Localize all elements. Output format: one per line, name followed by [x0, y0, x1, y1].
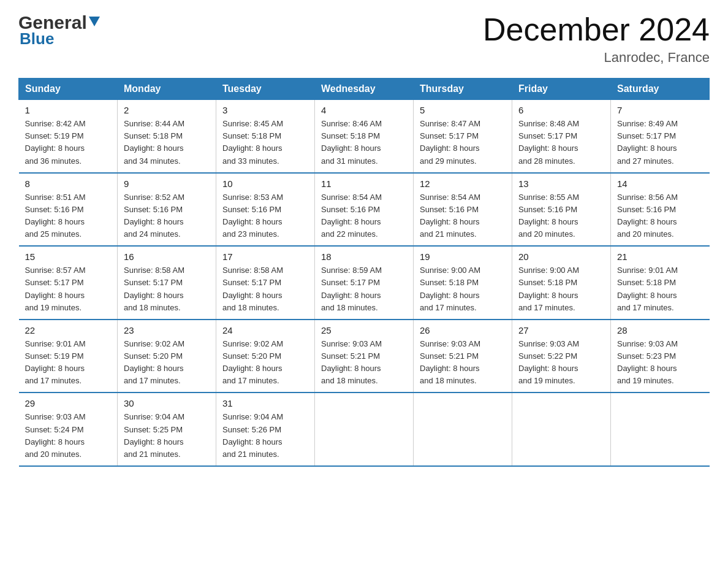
day-info: Sunrise: 8:42 AM Sunset: 5:19 PM Dayligh… [25, 119, 86, 165]
week-row-3: 15 Sunrise: 8:57 AM Sunset: 5:17 PM Dayl… [19, 246, 710, 320]
day-info: Sunrise: 8:54 AM Sunset: 5:16 PM Dayligh… [420, 193, 480, 239]
day-number: 28 [617, 325, 703, 335]
day-cell [315, 393, 414, 466]
day-info: Sunrise: 9:00 AM Sunset: 5:18 PM Dayligh… [518, 266, 579, 312]
day-info: Sunrise: 9:03 AM Sunset: 5:21 PM Dayligh… [420, 339, 480, 385]
day-cell: 1 Sunrise: 8:42 AM Sunset: 5:19 PM Dayli… [19, 100, 118, 173]
day-cell: 30 Sunrise: 9:04 AM Sunset: 5:25 PM Dayl… [118, 393, 216, 466]
day-number: 2 [124, 105, 210, 115]
svg-marker-0 [89, 17, 100, 26]
week-row-4: 22 Sunrise: 9:01 AM Sunset: 5:19 PM Dayl… [19, 320, 710, 393]
day-number: 15 [25, 251, 112, 262]
day-info: Sunrise: 9:02 AM Sunset: 5:20 PM Dayligh… [124, 339, 184, 385]
day-info: Sunrise: 8:57 AM Sunset: 5:17 PM Dayligh… [25, 266, 86, 312]
day-number: 10 [222, 178, 308, 189]
day-cell: 21 Sunrise: 9:01 AM Sunset: 5:18 PM Dayl… [611, 246, 710, 320]
col-header-wednesday: Wednesday [315, 79, 414, 100]
day-cell [414, 393, 512, 466]
week-row-2: 8 Sunrise: 8:51 AM Sunset: 5:16 PM Dayli… [19, 173, 710, 247]
week-row-1: 1 Sunrise: 8:42 AM Sunset: 5:19 PM Dayli… [19, 100, 710, 173]
col-header-sunday: Sunday [19, 79, 118, 100]
day-cell: 23 Sunrise: 9:02 AM Sunset: 5:20 PM Dayl… [118, 320, 216, 393]
day-info: Sunrise: 8:56 AM Sunset: 5:16 PM Dayligh… [617, 193, 678, 239]
day-number: 17 [222, 251, 308, 262]
day-info: Sunrise: 9:04 AM Sunset: 5:26 PM Dayligh… [222, 412, 283, 458]
day-number: 30 [124, 398, 210, 408]
day-number: 5 [420, 105, 506, 115]
col-header-saturday: Saturday [611, 79, 710, 100]
day-number: 18 [321, 251, 407, 262]
day-number: 9 [124, 178, 210, 189]
day-number: 20 [518, 251, 604, 262]
col-header-friday: Friday [512, 79, 611, 100]
day-cell: 18 Sunrise: 8:59 AM Sunset: 5:17 PM Dayl… [315, 246, 414, 320]
day-cell: 2 Sunrise: 8:44 AM Sunset: 5:18 PM Dayli… [118, 100, 216, 173]
day-cell: 8 Sunrise: 8:51 AM Sunset: 5:16 PM Dayli… [19, 173, 118, 247]
week-row-5: 29 Sunrise: 9:03 AM Sunset: 5:24 PM Dayl… [19, 393, 710, 466]
day-number: 14 [617, 178, 703, 189]
day-cell: 17 Sunrise: 8:58 AM Sunset: 5:17 PM Dayl… [216, 246, 315, 320]
col-header-thursday: Thursday [414, 79, 512, 100]
day-info: Sunrise: 8:52 AM Sunset: 5:16 PM Dayligh… [124, 193, 184, 239]
day-info: Sunrise: 8:53 AM Sunset: 5:16 PM Dayligh… [222, 193, 283, 239]
day-cell: 11 Sunrise: 8:54 AM Sunset: 5:16 PM Dayl… [315, 173, 414, 247]
day-number: 1 [25, 105, 112, 115]
day-number: 23 [124, 325, 210, 335]
logo-triangle-icon [89, 17, 100, 30]
page-header: General Blue December 2024 Lanrodec, Fra… [18, 12, 710, 66]
day-info: Sunrise: 8:51 AM Sunset: 5:16 PM Dayligh… [25, 193, 86, 239]
day-number: 29 [25, 398, 112, 408]
day-info: Sunrise: 9:02 AM Sunset: 5:20 PM Dayligh… [222, 339, 283, 385]
day-info: Sunrise: 8:45 AM Sunset: 5:18 PM Dayligh… [222, 119, 283, 165]
location-text: Lanrodec, France [483, 50, 710, 66]
day-cell: 14 Sunrise: 8:56 AM Sunset: 5:16 PM Dayl… [611, 173, 710, 247]
day-number: 21 [617, 251, 703, 262]
day-cell: 3 Sunrise: 8:45 AM Sunset: 5:18 PM Dayli… [216, 100, 315, 173]
day-number: 7 [617, 105, 703, 115]
day-number: 3 [222, 105, 308, 115]
day-cell: 31 Sunrise: 9:04 AM Sunset: 5:26 PM Dayl… [216, 393, 315, 466]
logo-blue-text: Blue [20, 29, 54, 48]
day-number: 19 [420, 251, 506, 262]
day-cell: 29 Sunrise: 9:03 AM Sunset: 5:24 PM Dayl… [19, 393, 118, 466]
day-info: Sunrise: 8:44 AM Sunset: 5:18 PM Dayligh… [124, 119, 184, 165]
day-cell: 9 Sunrise: 8:52 AM Sunset: 5:16 PM Dayli… [118, 173, 216, 247]
day-info: Sunrise: 8:47 AM Sunset: 5:17 PM Dayligh… [420, 119, 480, 165]
day-info: Sunrise: 8:58 AM Sunset: 5:17 PM Dayligh… [222, 266, 283, 312]
month-title: December 2024 [483, 12, 710, 47]
day-number: 22 [25, 325, 112, 335]
day-cell: 26 Sunrise: 9:03 AM Sunset: 5:21 PM Dayl… [414, 320, 512, 393]
day-number: 13 [518, 178, 604, 189]
day-info: Sunrise: 8:49 AM Sunset: 5:17 PM Dayligh… [617, 119, 678, 165]
day-cell: 6 Sunrise: 8:48 AM Sunset: 5:17 PM Dayli… [512, 100, 611, 173]
day-cell: 16 Sunrise: 8:58 AM Sunset: 5:17 PM Dayl… [118, 246, 216, 320]
day-cell: 28 Sunrise: 9:03 AM Sunset: 5:23 PM Dayl… [611, 320, 710, 393]
day-number: 12 [420, 178, 506, 189]
day-info: Sunrise: 9:03 AM Sunset: 5:23 PM Dayligh… [617, 339, 678, 385]
day-number: 8 [25, 178, 112, 189]
day-info: Sunrise: 8:59 AM Sunset: 5:17 PM Dayligh… [321, 266, 382, 312]
day-number: 26 [420, 325, 506, 335]
day-cell: 22 Sunrise: 9:01 AM Sunset: 5:19 PM Dayl… [19, 320, 118, 393]
day-number: 6 [518, 105, 604, 115]
day-number: 31 [222, 398, 308, 408]
day-cell: 25 Sunrise: 9:03 AM Sunset: 5:21 PM Dayl… [315, 320, 414, 393]
day-info: Sunrise: 9:00 AM Sunset: 5:18 PM Dayligh… [420, 266, 480, 312]
day-cell: 5 Sunrise: 8:47 AM Sunset: 5:17 PM Dayli… [414, 100, 512, 173]
day-cell [512, 393, 611, 466]
day-info: Sunrise: 9:03 AM Sunset: 5:21 PM Dayligh… [321, 339, 382, 385]
day-cell: 27 Sunrise: 9:03 AM Sunset: 5:22 PM Dayl… [512, 320, 611, 393]
day-info: Sunrise: 9:01 AM Sunset: 5:19 PM Dayligh… [25, 339, 86, 385]
day-cell: 24 Sunrise: 9:02 AM Sunset: 5:20 PM Dayl… [216, 320, 315, 393]
day-info: Sunrise: 8:48 AM Sunset: 5:17 PM Dayligh… [518, 119, 579, 165]
day-cell: 19 Sunrise: 9:00 AM Sunset: 5:18 PM Dayl… [414, 246, 512, 320]
day-cell: 15 Sunrise: 8:57 AM Sunset: 5:17 PM Dayl… [19, 246, 118, 320]
day-info: Sunrise: 9:03 AM Sunset: 5:24 PM Dayligh… [25, 412, 86, 458]
calendar-header: SundayMondayTuesdayWednesdayThursdayFrid… [19, 79, 710, 100]
day-cell: 13 Sunrise: 8:55 AM Sunset: 5:16 PM Dayl… [512, 173, 611, 247]
logo: General Blue [18, 12, 100, 48]
day-info: Sunrise: 9:03 AM Sunset: 5:22 PM Dayligh… [518, 339, 579, 385]
day-number: 24 [222, 325, 308, 335]
day-info: Sunrise: 8:58 AM Sunset: 5:17 PM Dayligh… [124, 266, 184, 312]
day-info: Sunrise: 9:01 AM Sunset: 5:18 PM Dayligh… [617, 266, 678, 312]
